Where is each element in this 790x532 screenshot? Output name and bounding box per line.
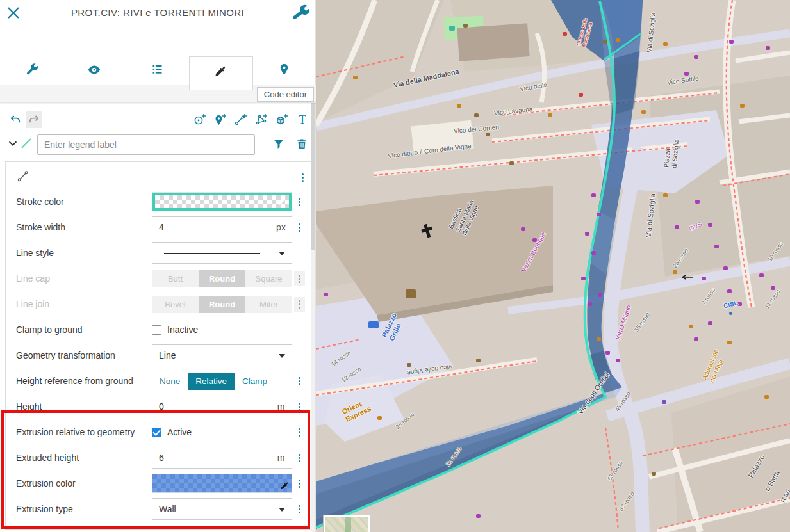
- map-canvas[interactable]: [316, 0, 790, 532]
- app-window: PROT.CIV: RIVI e TORRENTI MINORI C: [0, 0, 790, 532]
- symbolizer-header-row: [6, 166, 311, 189]
- extrusion-relative-checkbox[interactable]: [152, 428, 161, 437]
- clamp-to-ground-checkbox[interactable]: [152, 325, 161, 335]
- line-join-round[interactable]: Round: [199, 296, 245, 313]
- style-toolbar: T: [0, 108, 316, 132]
- eyedropper-icon: [214, 65, 227, 81]
- tab-general[interactable]: [0, 56, 63, 85]
- row-geometry-transformation: Geometry transformation Line: [6, 343, 311, 368]
- kebab-menu-icon[interactable]: [296, 221, 303, 234]
- stroke-color-swatch[interactable]: [152, 192, 292, 211]
- row-line-style: Line style: [6, 240, 311, 266]
- kebab-menu-icon[interactable]: [296, 451, 303, 465]
- stroke-width-unit: px: [270, 216, 292, 238]
- code-editor-button[interactable]: Code editor: [257, 87, 314, 102]
- list-icon: [151, 63, 164, 79]
- row-stroke-width: Stroke width px: [6, 214, 311, 240]
- panel-header: PROT.CIV: RIVI e TORRENTI MINORI: [0, 0, 315, 56]
- height-ref-relative[interactable]: Relative: [188, 373, 235, 390]
- height-ref-none[interactable]: None: [152, 373, 188, 390]
- legend-label-input[interactable]: [37, 134, 255, 155]
- kebab-menu-icon[interactable]: [296, 503, 303, 516]
- kebab-menu-icon[interactable]: [296, 195, 303, 209]
- panel-scrollbar[interactable]: [311, 103, 315, 532]
- overview-minimap[interactable]: [324, 515, 370, 532]
- line-style-select[interactable]: [152, 242, 292, 264]
- row-line-join: Line join Bevel Round Miter: [6, 291, 311, 317]
- row-extrusion-color: Extrusion color: [6, 471, 311, 496]
- row-stroke-color: Stroke color: [6, 189, 311, 214]
- row-height-reference: Height reference from ground None Relati…: [6, 368, 311, 394]
- height-reference-segmented: None Relative Clamp: [152, 373, 292, 390]
- kebab-menu-icon[interactable]: [296, 426, 303, 439]
- line-symbolizer-icon: [16, 169, 30, 186]
- add-marker-symbolizer-icon[interactable]: [213, 113, 227, 127]
- line-join-segmented: Bevel Round Miter: [152, 296, 292, 313]
- extrusion-color-swatch[interactable]: [152, 474, 292, 493]
- geometry-transformation-select[interactable]: Line: [152, 344, 292, 366]
- tab-rules-list[interactable]: [126, 56, 188, 85]
- height-unit: m: [270, 396, 292, 417]
- row-extrusion-relative: Extrusion relative to geometry Active: [6, 419, 311, 445]
- close-icon[interactable]: [4, 3, 23, 22]
- row-extruded-height: Extruded height m: [6, 445, 311, 471]
- line-cap-round[interactable]: Round: [199, 270, 245, 287]
- line-cap-segmented: Butt Round Square: [152, 270, 292, 287]
- trash-icon[interactable]: [295, 138, 309, 152]
- add-point-symbolizer-icon[interactable]: [193, 113, 207, 127]
- extruded-height-input[interactable]: [152, 447, 270, 469]
- kebab-menu-icon[interactable]: [299, 171, 306, 184]
- kebab-menu-icon[interactable]: [294, 297, 305, 312]
- extruded-height-unit: m: [270, 447, 292, 469]
- tab-display[interactable]: [63, 56, 126, 85]
- line-join-miter[interactable]: Miter: [245, 296, 292, 313]
- line-style-preview-icon: [19, 136, 33, 153]
- eyedropper-icon: [277, 197, 288, 207]
- caret-down-icon: [279, 252, 285, 255]
- wrench-icon: [25, 63, 38, 79]
- eyedropper-icon: [280, 481, 290, 492]
- filter-icon[interactable]: [272, 138, 286, 152]
- height-ref-clamp[interactable]: Clamp: [235, 373, 275, 390]
- row-extrusion-type: Extrusion type Wall: [6, 496, 311, 522]
- eye-icon: [87, 63, 101, 79]
- wrench-icon[interactable]: [291, 3, 310, 22]
- editor-tabbar: [0, 56, 316, 85]
- add-model-symbolizer-icon[interactable]: [275, 113, 289, 127]
- height-input[interactable]: [152, 396, 270, 417]
- add-text-symbolizer-icon[interactable]: T: [295, 113, 309, 127]
- tab-style-editor[interactable]: [189, 56, 253, 90]
- caret-down-icon: [279, 354, 285, 358]
- line-join-bevel[interactable]: Bevel: [152, 296, 199, 313]
- kebab-menu-icon[interactable]: [294, 271, 305, 286]
- kebab-menu-icon[interactable]: [296, 375, 303, 388]
- solid-line-sample: [164, 253, 260, 254]
- page-title: PROT.CIV: RIVI e TORRENTI MINORI: [32, 7, 283, 18]
- line-symbolizer-card: Stroke color Stroke width px: [5, 161, 312, 530]
- caret-down-icon: [279, 508, 285, 512]
- add-polygon-symbolizer-icon[interactable]: [254, 113, 268, 127]
- row-height: Height m: [6, 394, 311, 419]
- redo-button[interactable]: [26, 111, 42, 128]
- map-view[interactable]: Via della MaddalenaVico dellaVico Lavagn…: [316, 0, 790, 532]
- style-editor-panel: PROT.CIV: RIVI e TORRENTI MINORI C: [0, 0, 316, 532]
- svg-text:T: T: [299, 113, 306, 126]
- add-line-symbolizer-icon[interactable]: [234, 113, 248, 127]
- undo-button[interactable]: [6, 111, 23, 128]
- line-cap-square[interactable]: Square: [245, 270, 292, 287]
- extrusion-type-select[interactable]: Wall: [152, 498, 292, 520]
- tab-location[interactable]: [253, 56, 316, 85]
- row-clamp-to-ground: Clamp to ground Inactive: [6, 317, 311, 343]
- kebab-menu-icon[interactable]: [296, 477, 303, 490]
- kebab-menu-icon[interactable]: [296, 400, 303, 414]
- map-pin-icon: [277, 63, 291, 79]
- line-cap-butt[interactable]: Butt: [152, 270, 199, 287]
- chevron-down-icon[interactable]: [6, 137, 19, 152]
- stroke-width-input[interactable]: [152, 216, 270, 238]
- rule-legend-row: [0, 133, 316, 157]
- secondary-toolbar-strip: Code editor: [0, 85, 316, 103]
- row-line-cap: Line cap Butt Round Square: [6, 266, 311, 291]
